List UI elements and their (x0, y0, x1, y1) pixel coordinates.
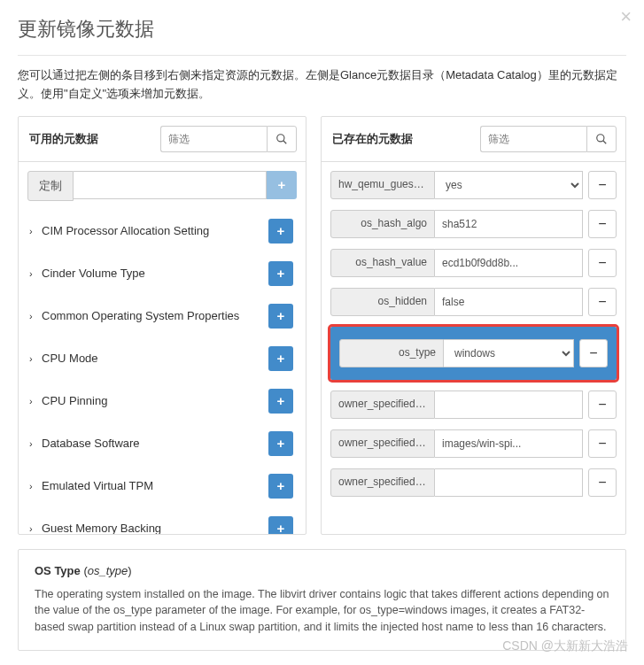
add-button[interactable]: + (268, 516, 293, 534)
existing-search-button[interactable] (586, 126, 617, 152)
remove-button[interactable]: − (588, 249, 617, 277)
available-panel: 可用的元数据 定制 + ›CIM Processor Allocation Se… (18, 116, 306, 535)
existing-panel: 已存在的元数据 hw_qemu_guest_ag...yes−os_hash_a… (321, 116, 626, 535)
existing-item-key: owner_specified.op... (330, 429, 435, 458)
existing-item: hw_qemu_guest_ag...yes− (330, 171, 617, 199)
svg-line-1 (283, 140, 287, 143)
add-button[interactable]: + (268, 474, 293, 499)
add-button[interactable]: + (268, 389, 293, 414)
existing-item: owner_specified.op...− (330, 468, 617, 497)
detail-title-key: os_type (88, 564, 128, 577)
available-item[interactable]: ›Guest Memory Backing+ (27, 507, 297, 534)
detail-panel: OS Type (os_type) The operating system i… (18, 549, 626, 651)
existing-item-select[interactable]: yes (435, 171, 583, 199)
existing-item-value[interactable] (435, 210, 583, 238)
chevron-right-icon: › (29, 438, 36, 449)
existing-item-key: os_hidden (330, 288, 435, 316)
existing-item-value[interactable] (435, 390, 583, 419)
detail-body: The operating system installed on the im… (35, 586, 609, 636)
chevron-right-icon: › (29, 268, 36, 279)
existing-list: hw_qemu_guest_ag...yes−os_hash_algo−os_h… (330, 171, 617, 497)
custom-add-button[interactable]: + (267, 171, 297, 199)
existing-item: os_hidden− (330, 288, 617, 316)
search-icon (595, 133, 608, 145)
existing-item-value[interactable] (435, 468, 583, 497)
existing-item-key: owner_specified.op... (330, 390, 435, 419)
remove-button[interactable]: − (588, 468, 617, 497)
existing-item: owner_specified.op...− (330, 390, 617, 419)
chevron-right-icon: › (29, 226, 36, 236)
existing-item-key: os_type (339, 339, 444, 367)
remove-button[interactable]: − (588, 171, 617, 199)
detail-title-prefix: OS Type (35, 564, 81, 577)
available-item[interactable]: ›Emulated Virtual TPM+ (27, 465, 297, 507)
search-icon (275, 133, 288, 145)
available-item-label: Database Software (42, 437, 140, 450)
available-item[interactable]: ›CPU Mode+ (27, 337, 297, 380)
chevron-right-icon: › (29, 311, 36, 321)
remove-button[interactable]: − (588, 288, 617, 316)
existing-item-key: owner_specified.op... (330, 468, 435, 497)
modal-description: 您可以通过把左侧的条目移到右侧来指定资源的元数据。左侧是Glance元数据目录（… (18, 66, 626, 104)
chevron-right-icon: › (29, 481, 36, 491)
divider (18, 55, 626, 56)
existing-filter-input[interactable] (480, 126, 586, 152)
existing-item-select[interactable]: windows (444, 339, 574, 367)
existing-item: os_typewindows− (330, 327, 617, 380)
chevron-right-icon: › (29, 353, 36, 364)
existing-item-value[interactable] (435, 288, 583, 316)
available-item-label: CPU Pinning (42, 394, 107, 407)
chevron-right-icon: › (29, 523, 36, 534)
available-search-button[interactable] (267, 126, 297, 152)
available-item-label: Guest Memory Backing (42, 522, 161, 534)
available-item-label: CPU Mode (42, 352, 98, 365)
available-item[interactable]: ›Cinder Volume Type+ (27, 252, 297, 295)
detail-title: OS Type (os_type) (35, 564, 609, 577)
existing-title: 已存在的元数据 (332, 131, 413, 147)
existing-item: os_hash_value− (330, 249, 617, 277)
remove-button[interactable]: − (588, 390, 617, 419)
remove-button[interactable]: − (579, 339, 608, 367)
close-icon[interactable]: × (620, 7, 632, 27)
available-title: 可用的元数据 (29, 131, 98, 147)
modal-title: 更新镜像元数据 (18, 16, 626, 43)
available-item[interactable]: ›CPU Pinning+ (27, 380, 297, 422)
remove-button[interactable]: − (588, 210, 617, 238)
available-item-label: Emulated Virtual TPM (42, 479, 153, 492)
custom-input[interactable] (74, 171, 267, 199)
svg-point-2 (597, 134, 604, 141)
available-item-label: CIM Processor Allocation Setting (42, 224, 209, 237)
existing-item: owner_specified.op...− (330, 429, 617, 458)
svg-line-3 (603, 140, 607, 143)
existing-item-key: os_hash_algo (330, 210, 435, 238)
existing-item-key: os_hash_value (330, 249, 435, 277)
svg-point-0 (277, 134, 284, 141)
available-item[interactable]: ›Common Operating System Properties+ (27, 295, 297, 337)
remove-button[interactable]: − (588, 429, 617, 458)
add-button[interactable]: + (268, 346, 293, 371)
existing-item-key: hw_qemu_guest_ag... (330, 171, 435, 199)
available-item[interactable]: ›Database Software+ (27, 422, 297, 465)
existing-item-value[interactable] (435, 249, 583, 277)
add-button[interactable]: + (268, 304, 293, 329)
available-filter-input[interactable] (160, 126, 267, 152)
add-button[interactable]: + (268, 219, 293, 244)
available-item[interactable]: ›CIM Processor Allocation Setting+ (27, 210, 297, 252)
add-button[interactable]: + (268, 261, 293, 286)
available-item-label: Cinder Volume Type (42, 267, 145, 280)
chevron-right-icon: › (29, 396, 36, 406)
watermark: CSDN @大新新大浩浩 (502, 638, 628, 654)
existing-item-value[interactable] (435, 429, 583, 458)
existing-item: os_hash_algo− (330, 210, 617, 238)
available-item-label: Common Operating System Properties (42, 309, 239, 322)
add-button[interactable]: + (268, 431, 293, 456)
available-list: ›CIM Processor Allocation Setting+›Cinde… (27, 210, 297, 534)
custom-label: 定制 (27, 171, 74, 201)
